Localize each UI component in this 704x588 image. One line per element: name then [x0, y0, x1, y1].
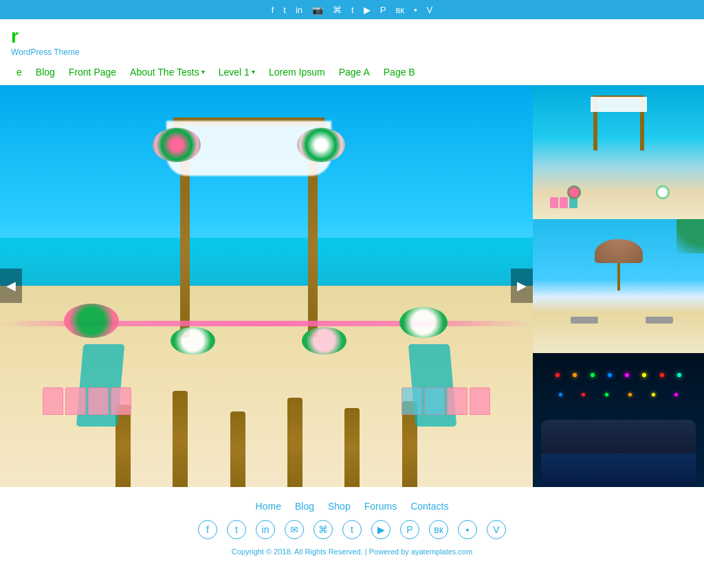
slider-prev-button[interactable]: ◀: [0, 269, 22, 303]
about-tests-dropdown-arrow: ▾: [201, 68, 205, 76]
chair-2: [65, 387, 86, 415]
s1-flower-left: [567, 185, 581, 199]
top-vine-icon[interactable]: V: [427, 5, 433, 15]
footer-vine-icon[interactable]: V: [487, 520, 506, 539]
s1-flower-right: [656, 185, 670, 199]
footer-copyright: Copyright © 2018. All Rights Reserved. |…: [0, 547, 704, 556]
footer-facebook-icon[interactable]: f: [198, 520, 217, 539]
light-orange-1: [573, 373, 577, 377]
footer-nav-contacts[interactable]: Contacts: [410, 501, 448, 512]
light-yellow-1: [642, 373, 646, 377]
footer-youtube-icon[interactable]: ▶: [371, 520, 390, 539]
nav-item-pagea[interactable]: Page A: [333, 64, 375, 80]
light-yellow-2: [652, 393, 655, 396]
thumb-3[interactable]: [533, 353, 704, 487]
light-red-2: [660, 373, 664, 377]
footer-tumblr-icon[interactable]: t: [342, 520, 362, 539]
nav-item-about-tests[interactable]: About The Tests ▾: [124, 64, 210, 80]
s2-lounger-1: [571, 317, 598, 324]
light-orange-2: [628, 393, 632, 396]
chair-4: [111, 387, 131, 415]
s2-lounger-2: [646, 317, 673, 324]
s1-chair-3: [569, 197, 578, 208]
main-nav: e Blog Front Page About The Tests ▾ Leve…: [0, 60, 704, 85]
top-twitter-icon[interactable]: t: [283, 5, 286, 15]
bottom-flowers-center-right: [302, 327, 346, 354]
footer-pinterest-icon[interactable]: P: [400, 520, 419, 539]
boat-water-reflection: [541, 453, 695, 487]
arch-flowers-left: [153, 128, 201, 162]
nav-item-e[interactable]: e: [11, 64, 28, 80]
light-green-2: [605, 393, 608, 396]
thumb-umbrella: [595, 239, 643, 291]
footer-nav-blog[interactable]: Blog: [295, 501, 314, 512]
chair-5: [447, 387, 468, 415]
top-youtube-icon[interactable]: ▶: [364, 5, 371, 15]
top-social-bar: f t in 📷 ⌘ t ▶ P вк ▪ V: [0, 0, 704, 19]
slider-next-button[interactable]: ▶: [511, 269, 533, 303]
chairs-left-row: [43, 387, 131, 415]
site-header: r WordPress Theme: [0, 19, 704, 60]
footer-twitter-icon[interactable]: t: [227, 520, 246, 539]
site-subtitle: WordPress Theme: [11, 47, 693, 57]
wood-post-2: [173, 391, 188, 487]
s1-chair-1: [550, 197, 558, 208]
nav-item-loremipsum[interactable]: Lorem Ipsum: [263, 64, 331, 80]
top-tumblr-icon[interactable]: t: [351, 5, 354, 15]
footer-nav: Home Blog Shop Forums Contacts: [0, 501, 704, 512]
footer-linkedin-icon[interactable]: in: [256, 520, 275, 539]
top-instagram-icon[interactable]: 📷: [312, 5, 323, 15]
light-blue-2: [559, 393, 562, 396]
s2-tree: [676, 219, 704, 253]
footer-mail2-icon[interactable]: ▪: [458, 520, 477, 539]
chair-teal-1: [402, 387, 422, 415]
wood-posts-row: [95, 391, 439, 487]
thumb-2[interactable]: [533, 219, 704, 353]
wood-post-5: [344, 408, 360, 487]
chair-6: [470, 387, 490, 415]
wedding-arch: [160, 117, 338, 337]
footer-nav-home[interactable]: Home: [256, 501, 281, 512]
chair-3: [88, 387, 109, 415]
light-red-1: [556, 373, 560, 377]
arch-post-left: [180, 159, 190, 337]
boat-lights-row2: [550, 393, 687, 396]
top-linkedin-icon[interactable]: in: [296, 5, 302, 15]
top-rss-icon[interactable]: ⌘: [333, 5, 342, 15]
footer-nav-shop[interactable]: Shop: [328, 501, 351, 512]
umbrella-pole: [617, 263, 620, 291]
footer-vk-icon[interactable]: вк: [429, 520, 448, 539]
top-mail-icon[interactable]: ▪: [414, 5, 417, 15]
chair-1: [43, 387, 63, 415]
nav-item-pageb[interactable]: Page B: [378, 64, 421, 80]
umbrella-canopy: [595, 239, 643, 263]
main-slider: ◀ ▶: [0, 85, 533, 487]
light-blue-1: [608, 373, 612, 377]
main-content: ◀ ▶: [0, 85, 704, 487]
light-red-3: [582, 393, 585, 396]
light-teal-1: [677, 373, 681, 377]
footer-email-icon[interactable]: ✉: [285, 520, 304, 539]
footer-nav-forums[interactable]: Forums: [364, 501, 397, 512]
wood-post-3: [230, 411, 245, 487]
bottom-flowers-center-left: [170, 327, 215, 354]
site-title: r: [11, 26, 693, 47]
thumb-1[interactable]: [533, 85, 704, 219]
sidebar-thumbnails: [533, 85, 704, 487]
wood-post-4: [287, 398, 302, 487]
light-purple-1: [625, 373, 629, 377]
footer-social: f t in ✉ ⌘ t ▶ P вк ▪ V: [0, 520, 704, 539]
top-facebook-icon[interactable]: f: [272, 5, 274, 15]
top-vk-icon[interactable]: вк: [395, 5, 404, 15]
chairs-right-row: [402, 387, 490, 415]
footer-rss-icon[interactable]: ⌘: [314, 520, 333, 539]
s1-chair-2: [560, 197, 568, 208]
nav-item-frontpage[interactable]: Front Page: [63, 64, 122, 80]
nav-item-level1[interactable]: Level 1 ▾: [213, 64, 261, 80]
level1-dropdown-arrow: ▾: [252, 68, 255, 76]
top-pinterest-icon[interactable]: P: [380, 5, 386, 15]
boat-lights-row1: [550, 373, 687, 377]
chair-teal-2: [424, 387, 445, 415]
nav-item-blog[interactable]: Blog: [30, 64, 60, 80]
footer: Home Blog Shop Forums Contacts f t in ✉ …: [0, 487, 704, 563]
